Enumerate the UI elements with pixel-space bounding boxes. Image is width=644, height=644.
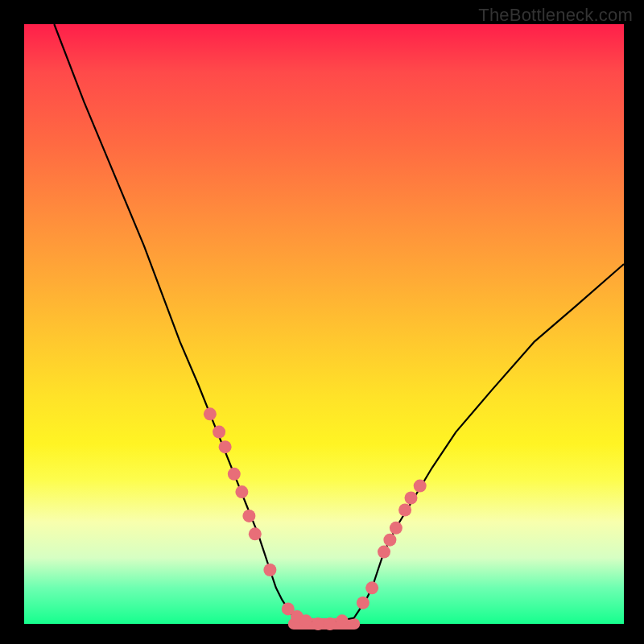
marker-dot xyxy=(398,504,411,517)
v-curve-path xyxy=(54,24,624,624)
marker-dot xyxy=(204,407,217,420)
marker-dot xyxy=(249,527,262,540)
marker-dot xyxy=(242,510,255,522)
chart-overlay xyxy=(24,24,624,624)
marker-dot xyxy=(299,614,312,627)
marker-dot xyxy=(383,534,396,547)
marker-dot xyxy=(324,617,336,630)
marker-dot xyxy=(378,546,390,559)
marker-dot xyxy=(357,597,369,609)
marker-dot xyxy=(336,614,349,627)
chart-root: TheBottleneck.com xyxy=(0,0,644,644)
marker-dot xyxy=(263,564,276,576)
curve-layer xyxy=(54,24,624,624)
watermark-label: TheBottleneck.com xyxy=(478,5,633,26)
marker-dot xyxy=(414,480,427,493)
marker-dot xyxy=(228,468,241,481)
marker-dot xyxy=(235,485,248,498)
marker-dot xyxy=(312,617,324,630)
marker-dot xyxy=(213,426,225,439)
marker-dot xyxy=(390,522,402,535)
marker-dot xyxy=(405,492,418,505)
marker-dot xyxy=(219,440,232,453)
markers-layer xyxy=(204,407,427,630)
marker-dot xyxy=(365,581,378,594)
